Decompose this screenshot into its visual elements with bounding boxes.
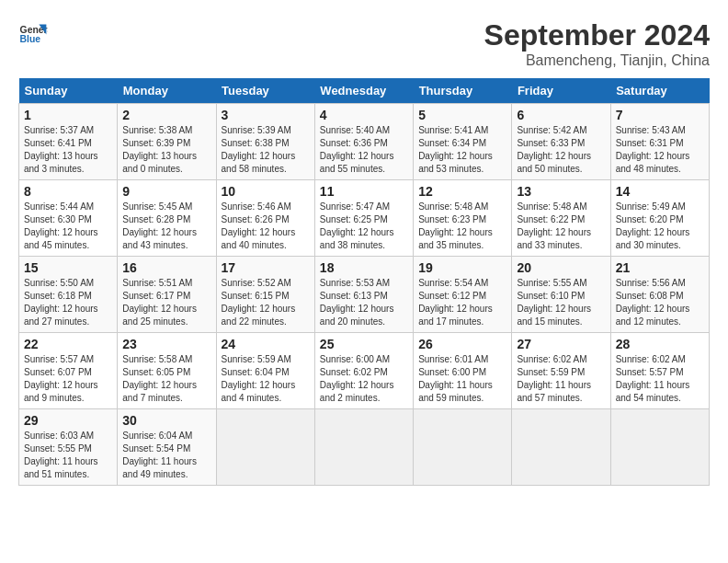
calendar-cell: 22Sunrise: 5:57 AM Sunset: 6:07 PM Dayli…: [19, 333, 118, 409]
calendar-cell: 16Sunrise: 5:51 AM Sunset: 6:17 PM Dayli…: [118, 257, 216, 333]
calendar-cell: 11Sunrise: 5:47 AM Sunset: 6:25 PM Dayli…: [314, 180, 413, 257]
day-info: Sunrise: 5:52 AM Sunset: 6:15 PM Dayligh…: [222, 277, 310, 328]
calendar-cell: 24Sunrise: 5:59 AM Sunset: 6:04 PM Dayli…: [216, 333, 314, 409]
calendar-week-5: 29Sunrise: 6:03 AM Sunset: 5:55 PM Dayli…: [19, 409, 710, 486]
day-number: 19: [418, 260, 506, 275]
calendar-cell: 28Sunrise: 6:02 AM Sunset: 5:57 PM Dayli…: [610, 333, 709, 409]
day-info: Sunrise: 5:48 AM Sunset: 6:22 PM Dayligh…: [517, 201, 605, 252]
day-info: Sunrise: 5:44 AM Sunset: 6:30 PM Dayligh…: [24, 201, 112, 252]
header-row: Sunday Monday Tuesday Wednesday Thursday…: [19, 78, 710, 104]
day-info: Sunrise: 5:48 AM Sunset: 6:23 PM Dayligh…: [418, 201, 506, 252]
calendar-cell: 6Sunrise: 5:42 AM Sunset: 6:33 PM Daylig…: [512, 104, 610, 180]
calendar-cell: [512, 409, 610, 486]
day-info: Sunrise: 5:41 AM Sunset: 6:34 PM Dayligh…: [418, 124, 506, 176]
col-thursday: Thursday: [414, 78, 512, 104]
col-tuesday: Tuesday: [216, 78, 314, 104]
calendar-cell: 23Sunrise: 5:58 AM Sunset: 6:05 PM Dayli…: [118, 333, 216, 409]
day-number: 12: [418, 184, 506, 199]
day-info: Sunrise: 5:38 AM Sunset: 6:39 PM Dayligh…: [122, 124, 210, 176]
day-info: Sunrise: 5:40 AM Sunset: 6:36 PM Dayligh…: [320, 124, 408, 176]
day-number: 22: [24, 337, 112, 351]
day-info: Sunrise: 5:45 AM Sunset: 6:28 PM Dayligh…: [122, 201, 210, 252]
calendar-cell: 13Sunrise: 5:48 AM Sunset: 6:22 PM Dayli…: [512, 180, 610, 257]
day-info: Sunrise: 5:42 AM Sunset: 6:33 PM Dayligh…: [517, 124, 605, 176]
page-header: General Blue September 2024 Bamencheng, …: [18, 18, 710, 69]
day-number: 1: [24, 108, 112, 122]
day-number: 30: [122, 413, 210, 428]
day-number: 28: [616, 337, 704, 351]
calendar-cell: 8Sunrise: 5:44 AM Sunset: 6:30 PM Daylig…: [19, 180, 118, 257]
col-monday: Monday: [118, 78, 216, 104]
day-info: Sunrise: 5:54 AM Sunset: 6:12 PM Dayligh…: [418, 277, 506, 328]
day-number: 20: [517, 260, 605, 275]
col-friday: Friday: [512, 78, 610, 104]
calendar-cell: [610, 409, 709, 486]
day-info: Sunrise: 5:53 AM Sunset: 6:13 PM Dayligh…: [320, 277, 408, 328]
day-number: 17: [222, 260, 310, 275]
day-number: 29: [24, 413, 112, 428]
calendar-week-1: 1Sunrise: 5:37 AM Sunset: 6:41 PM Daylig…: [19, 104, 710, 180]
day-number: 8: [24, 184, 112, 199]
calendar-week-2: 8Sunrise: 5:44 AM Sunset: 6:30 PM Daylig…: [19, 180, 710, 257]
calendar-cell: 19Sunrise: 5:54 AM Sunset: 6:12 PM Dayli…: [414, 257, 512, 333]
calendar-cell: 9Sunrise: 5:45 AM Sunset: 6:28 PM Daylig…: [118, 180, 216, 257]
day-info: Sunrise: 6:03 AM Sunset: 5:55 PM Dayligh…: [24, 430, 112, 481]
logo: General Blue: [18, 18, 48, 48]
calendar-cell: 15Sunrise: 5:50 AM Sunset: 6:18 PM Dayli…: [19, 257, 118, 333]
svg-text:Blue: Blue: [20, 34, 41, 44]
calendar-cell: 29Sunrise: 6:03 AM Sunset: 5:55 PM Dayli…: [19, 409, 118, 486]
day-number: 6: [517, 108, 605, 122]
day-info: Sunrise: 5:39 AM Sunset: 6:38 PM Dayligh…: [222, 124, 310, 176]
calendar-cell: 5Sunrise: 5:41 AM Sunset: 6:34 PM Daylig…: [414, 104, 512, 180]
day-number: 7: [616, 108, 704, 122]
day-info: Sunrise: 5:55 AM Sunset: 6:10 PM Dayligh…: [517, 277, 605, 328]
day-info: Sunrise: 5:43 AM Sunset: 6:31 PM Dayligh…: [616, 124, 704, 176]
calendar-cell: 3Sunrise: 5:39 AM Sunset: 6:38 PM Daylig…: [216, 104, 314, 180]
calendar-cell: [314, 409, 413, 486]
day-info: Sunrise: 6:02 AM Sunset: 5:59 PM Dayligh…: [517, 353, 605, 405]
calendar-cell: 18Sunrise: 5:53 AM Sunset: 6:13 PM Dayli…: [314, 257, 413, 333]
day-info: Sunrise: 5:59 AM Sunset: 6:04 PM Dayligh…: [222, 353, 310, 405]
day-info: Sunrise: 5:50 AM Sunset: 6:18 PM Dayligh…: [24, 277, 112, 328]
day-info: Sunrise: 5:46 AM Sunset: 6:26 PM Dayligh…: [222, 201, 310, 252]
day-info: Sunrise: 5:58 AM Sunset: 6:05 PM Dayligh…: [122, 353, 210, 405]
day-number: 26: [418, 337, 506, 351]
title-block: September 2024 Bamencheng, Tianjin, Chin…: [484, 18, 710, 69]
calendar-cell: 7Sunrise: 5:43 AM Sunset: 6:31 PM Daylig…: [610, 104, 709, 180]
day-number: 13: [517, 184, 605, 199]
calendar-cell: 21Sunrise: 5:56 AM Sunset: 6:08 PM Dayli…: [610, 257, 709, 333]
day-number: 3: [222, 108, 310, 122]
logo-icon: General Blue: [18, 18, 48, 48]
calendar-cell: [216, 409, 314, 486]
day-number: 16: [122, 260, 210, 275]
calendar-cell: 1Sunrise: 5:37 AM Sunset: 6:41 PM Daylig…: [19, 104, 118, 180]
col-wednesday: Wednesday: [314, 78, 413, 104]
day-info: Sunrise: 6:04 AM Sunset: 5:54 PM Dayligh…: [122, 430, 210, 481]
calendar-cell: 12Sunrise: 5:48 AM Sunset: 6:23 PM Dayli…: [414, 180, 512, 257]
day-number: 21: [616, 260, 704, 275]
day-number: 14: [616, 184, 704, 199]
calendar-table: Sunday Monday Tuesday Wednesday Thursday…: [18, 78, 710, 486]
day-info: Sunrise: 5:51 AM Sunset: 6:17 PM Dayligh…: [122, 277, 210, 328]
day-number: 15: [24, 260, 112, 275]
calendar-cell: 10Sunrise: 5:46 AM Sunset: 6:26 PM Dayli…: [216, 180, 314, 257]
day-number: 25: [320, 337, 408, 351]
day-number: 23: [122, 337, 210, 351]
day-info: Sunrise: 6:01 AM Sunset: 6:00 PM Dayligh…: [418, 353, 506, 405]
calendar-cell: 14Sunrise: 5:49 AM Sunset: 6:20 PM Dayli…: [610, 180, 709, 257]
calendar-cell: 30Sunrise: 6:04 AM Sunset: 5:54 PM Dayli…: [118, 409, 216, 486]
day-number: 11: [320, 184, 408, 199]
calendar-cell: 26Sunrise: 6:01 AM Sunset: 6:00 PM Dayli…: [414, 333, 512, 409]
location: Bamencheng, Tianjin, China: [484, 52, 710, 69]
calendar-cell: 2Sunrise: 5:38 AM Sunset: 6:39 PM Daylig…: [118, 104, 216, 180]
calendar-cell: 4Sunrise: 5:40 AM Sunset: 6:36 PM Daylig…: [314, 104, 413, 180]
month-title: September 2024: [484, 18, 710, 52]
calendar-cell: 27Sunrise: 6:02 AM Sunset: 5:59 PM Dayli…: [512, 333, 610, 409]
day-info: Sunrise: 5:57 AM Sunset: 6:07 PM Dayligh…: [24, 353, 112, 405]
day-info: Sunrise: 6:02 AM Sunset: 5:57 PM Dayligh…: [616, 353, 704, 405]
col-saturday: Saturday: [610, 78, 709, 104]
day-number: 10: [222, 184, 310, 199]
day-number: 9: [122, 184, 210, 199]
day-number: 24: [222, 337, 310, 351]
day-info: Sunrise: 5:47 AM Sunset: 6:25 PM Dayligh…: [320, 201, 408, 252]
